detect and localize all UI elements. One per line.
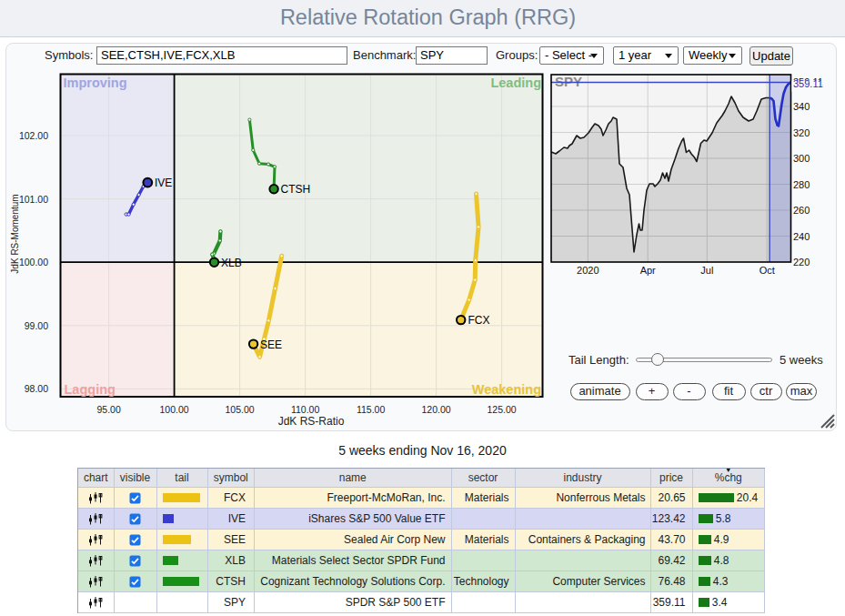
svg-text:Weakening: Weakening [472,382,541,397]
svg-text:100.00: 100.00 [160,404,189,415]
svg-text:260: 260 [793,205,810,216]
svg-text:300: 300 [793,153,810,164]
svg-text:105.00: 105.00 [226,404,255,415]
svg-text:Jul: Jul [700,265,713,276]
svg-text:115.00: 115.00 [357,404,385,415]
svg-text:101.00: 101.00 [19,194,48,205]
svg-text:320: 320 [793,127,810,138]
svg-text:JdK RS-Momentum: JdK RS-Momentum [10,194,20,273]
svg-text:99.00: 99.00 [25,320,48,331]
svg-text:100.00: 100.00 [19,257,48,268]
svg-text:2020: 2020 [577,265,599,276]
svg-text:220: 220 [793,257,810,268]
svg-text:SPY: SPY [555,74,582,89]
svg-text:CTSH: CTSH [281,183,311,196]
svg-text:95.00: 95.00 [96,404,120,415]
svg-text:Oct: Oct [759,265,775,276]
svg-text:Apr: Apr [640,265,656,276]
svg-text:Improving: Improving [64,76,127,90]
svg-text:240: 240 [793,231,810,242]
svg-text:IVE: IVE [155,177,172,189]
svg-text:280: 280 [793,179,810,190]
svg-text:110.00: 110.00 [291,404,319,415]
svg-text:SEE: SEE [260,338,282,351]
svg-text:125.00: 125.00 [488,404,517,415]
svg-text:XLB: XLB [221,257,242,269]
svg-text:120.00: 120.00 [422,404,451,415]
svg-text:340: 340 [793,101,810,112]
svg-text:98.00: 98.00 [25,383,48,394]
svg-text:359.11: 359.11 [793,78,823,89]
svg-text:Leading: Leading [490,76,541,90]
svg-text:102.00: 102.00 [19,130,48,141]
svg-text:Lagging: Lagging [65,382,116,397]
svg-text:FCX: FCX [468,314,490,327]
svg-text:JdK RS-Ratio: JdK RS-Ratio [278,415,345,428]
